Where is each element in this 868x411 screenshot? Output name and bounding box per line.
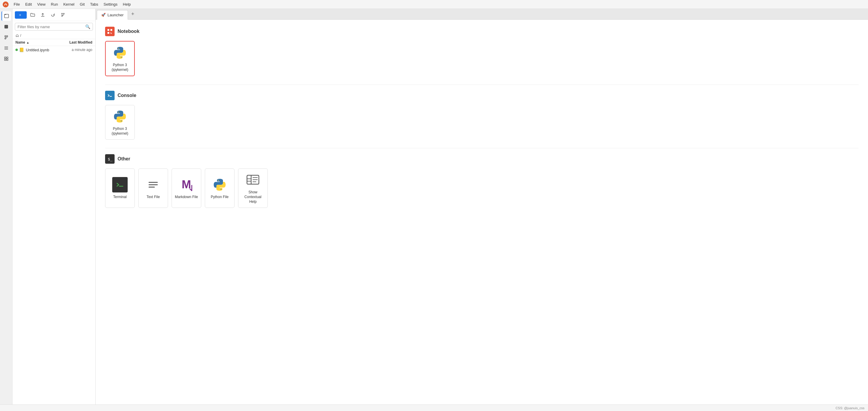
console-section-header: Console (105, 91, 859, 100)
breadcrumb-path: / (20, 34, 21, 38)
new-launcher-button[interactable]: + (15, 11, 27, 19)
notebook-section-header: Notebook (105, 27, 859, 36)
other-section-title: Other (118, 156, 130, 162)
menu-run[interactable]: Run (49, 1, 60, 7)
tab-launcher-icon: 🚀 (101, 13, 106, 17)
search-input[interactable] (18, 25, 84, 29)
python3-notebook-icon (112, 45, 128, 61)
file-modified-time: a minute ago (57, 48, 92, 52)
notebook-file-icon: 📒 (19, 47, 24, 52)
svg-rect-20 (111, 29, 112, 31)
app-logo (2, 1, 9, 8)
menu-settings[interactable]: Settings (101, 1, 120, 7)
notebook-cards: Python 3 (ipykernel) (105, 41, 859, 76)
console-cards: Python 3 (ipykernel) (105, 105, 859, 140)
svg-rect-11 (4, 57, 6, 59)
contextual-help-card-icon (245, 172, 261, 188)
svg-point-23 (121, 57, 122, 58)
tab-area: 🚀 Launcher + Notebook (96, 9, 868, 405)
file-row[interactable]: 📒 Untitled.ipynb a minute ago (12, 46, 95, 54)
status-bar: CSS: @juanuis_css (0, 405, 868, 411)
python-file-card[interactable]: Python File (205, 168, 235, 208)
sidebar-item-toc[interactable] (1, 43, 11, 53)
svg-text:$_: $_ (108, 157, 113, 161)
other-section-icon: $_ (105, 154, 115, 164)
tab-launcher-label: Launcher (107, 13, 123, 17)
file-list-header: Name ▲ Last Modified (12, 39, 95, 46)
python3-console-card[interactable]: Python 3 (ipykernel) (105, 105, 135, 140)
status-text: CSS: @juanuis_css (836, 406, 864, 410)
markdown-file-card-label: Markdown File (175, 195, 198, 200)
file-toolbar: + (12, 9, 95, 21)
menu-kernel[interactable]: Kernel (61, 1, 77, 7)
menu-git[interactable]: Git (78, 1, 87, 7)
svg-rect-21 (107, 32, 109, 34)
other-section-header: $_ Other (105, 154, 859, 164)
svg-point-16 (63, 13, 64, 14)
search-box[interactable]: 🔍 (15, 23, 93, 31)
markdown-file-card[interactable]: M Markdown File (172, 168, 201, 208)
sort-arrow-icon: ▲ (26, 41, 29, 44)
python3-notebook-card[interactable]: Python 3 (ipykernel) (105, 41, 135, 76)
notebook-divider (105, 84, 859, 85)
upload-button[interactable] (39, 11, 47, 19)
console-section-title: Console (118, 93, 136, 98)
svg-rect-19 (107, 29, 109, 31)
svg-point-34 (221, 189, 221, 190)
git-button[interactable] (59, 11, 67, 19)
contextual-help-card-label: Show Contextual Help (241, 190, 265, 204)
svg-point-33 (218, 180, 219, 180)
launcher-content: Notebook Python 3 (ipykernel) (96, 20, 868, 405)
column-modified: Last Modified (57, 40, 92, 44)
menubar: File Edit View Run Kernel Git Tabs Setti… (0, 0, 868, 9)
svg-rect-13 (4, 59, 6, 61)
text-file-card[interactable]: Text File (138, 168, 168, 208)
file-panel: + 🔍 / Name (12, 9, 96, 405)
plus-icon: + (19, 13, 21, 17)
refresh-button[interactable] (49, 11, 57, 19)
contextual-help-card[interactable]: Show Contextual Help (238, 168, 268, 208)
console-section-icon (105, 91, 115, 100)
search-icon: 🔍 (85, 24, 90, 29)
tab-bar: 🚀 Launcher + (96, 9, 868, 20)
notebook-section-icon (105, 27, 115, 36)
markdown-file-card-icon: M (179, 177, 194, 193)
python3-console-label: Python 3 (ipykernel) (108, 127, 132, 136)
breadcrumb: / (12, 32, 95, 39)
sidebar-item-extensions[interactable] (1, 54, 11, 64)
file-name: Untitled.ipynb (26, 48, 57, 52)
python-file-card-label: Python File (211, 195, 228, 200)
new-tab-button[interactable]: + (128, 10, 137, 19)
column-name[interactable]: Name ▲ (16, 40, 57, 44)
text-file-card-label: Text File (147, 195, 160, 200)
menu-file[interactable]: File (11, 1, 22, 7)
notebook-section-title: Notebook (118, 29, 140, 34)
terminal-card[interactable]: Terminal (105, 168, 135, 208)
python-file-card-icon (212, 177, 227, 193)
svg-point-5 (6, 36, 8, 37)
tab-launcher[interactable]: 🚀 Launcher (97, 10, 128, 20)
python3-notebook-label: Python 3 (ipykernel) (108, 63, 132, 72)
open-folder-button[interactable] (29, 11, 37, 19)
svg-point-26 (121, 121, 122, 122)
svg-point-0 (3, 1, 9, 7)
python3-console-icon (112, 109, 128, 124)
sidebar-item-running[interactable] (1, 22, 11, 31)
terminal-card-icon (112, 177, 128, 193)
menu-view[interactable]: View (35, 1, 48, 7)
sidebar-item-git[interactable] (1, 33, 11, 42)
other-cards: Terminal Text File (105, 168, 859, 208)
sidebar-item-files[interactable] (1, 11, 11, 21)
text-file-card-icon (146, 177, 161, 193)
svg-point-4 (5, 36, 6, 37)
svg-rect-14 (6, 59, 8, 61)
svg-point-15 (61, 13, 62, 14)
svg-point-22 (118, 48, 119, 49)
menu-edit[interactable]: Edit (23, 1, 34, 7)
svg-point-25 (118, 112, 119, 113)
svg-rect-12 (6, 57, 8, 59)
menu-tabs[interactable]: Tabs (88, 1, 100, 7)
svg-rect-3 (4, 25, 8, 29)
terminal-card-label: Terminal (113, 195, 126, 200)
menu-help[interactable]: Help (121, 1, 133, 7)
